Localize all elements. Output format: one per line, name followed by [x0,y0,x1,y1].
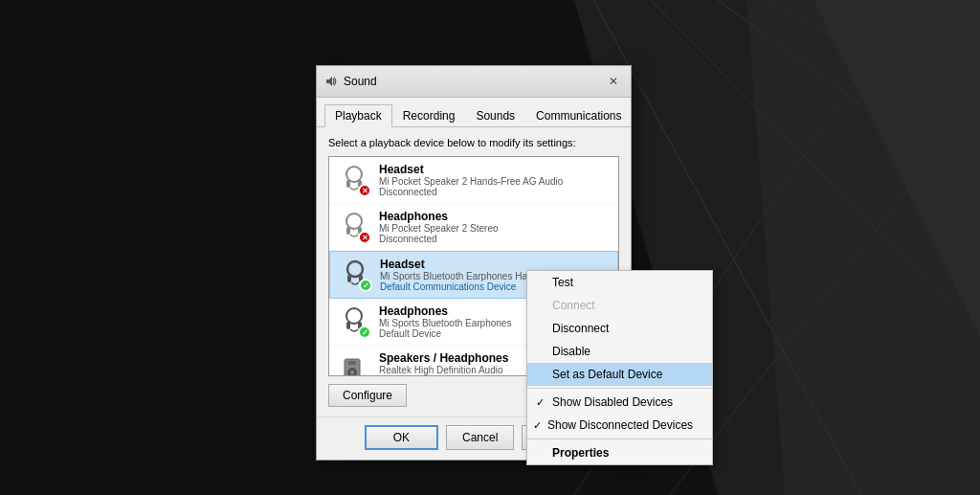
dialog-title: Sound [344,75,377,88]
svg-marker-10 [326,77,332,86]
tab-recording[interactable]: Recording [392,104,466,127]
title-bar-left: Sound [324,75,377,88]
tabs-bar: Playback Recording Sounds Communications [317,98,631,127]
ctx-disable[interactable]: Disable [527,340,712,363]
speakers-icon [337,351,371,376]
ctx-set-default-label: Set as Default Device [552,368,662,381]
device-status: Disconnected [379,187,611,197]
ctx-separator-1 [527,388,712,389]
svg-rect-15 [346,227,350,235]
device-icon-wrap: ✓ [338,258,372,292]
device-info: Headphones Mi Pocket Speaker 2 Stereo Di… [379,210,611,244]
status-badge-connected: ✓ [359,279,372,292]
tab-sounds[interactable]: Sounds [465,104,525,127]
checkmark-disabled: ✓ [533,396,546,409]
device-desc: Mi Pocket Speaker 2 Hands-Free AG Audio [379,176,611,187]
close-button[interactable]: ✕ [604,72,623,91]
ctx-connect[interactable]: Connect [527,294,712,317]
device-name: Headset [380,258,610,271]
ctx-properties-label: Properties [552,446,609,460]
svg-point-20 [346,308,362,324]
status-badge-disconnected: ✕ [358,184,371,197]
ctx-set-default[interactable]: Set as Default Device [527,363,712,386]
svg-point-25 [350,371,354,374]
device-info: Headset Mi Pocket Speaker 2 Hands-Free A… [379,163,611,197]
ctx-properties[interactable]: Properties [527,441,712,464]
tab-playback[interactable]: Playback [324,104,392,127]
status-badge-connected: ✓ [358,326,371,339]
svg-point-11 [346,167,362,182]
device-icon-wrap: ✓ [337,304,371,339]
title-bar: Sound ✕ [317,66,631,98]
device-icon-wrap: ✕ [337,163,371,197]
ctx-separator-2 [527,439,712,439]
checkmark-disconnected: ✓ [533,419,542,432]
ctx-show-disconnected-label: Show Disconnected Devices [547,418,693,432]
svg-rect-18 [347,275,351,282]
ctx-disconnect[interactable]: Disconnect [527,317,712,340]
ctx-disconnect-label: Disconnect [552,322,609,335]
svg-rect-21 [346,322,350,329]
ctx-test[interactable]: Test [527,271,712,294]
ctx-disable-label: Disable [552,345,590,358]
status-badge-disconnected: ✕ [358,231,371,244]
svg-point-14 [346,214,362,229]
device-item[interactable]: ✕ Headset Mi Pocket Speaker 2 Hands-Free… [329,157,618,204]
ctx-show-disconnected[interactable]: ✓ Show Disconnected Devices [527,414,712,437]
device-item[interactable]: ✕ Headphones Mi Pocket Speaker 2 Stereo … [329,204,618,251]
svg-rect-12 [346,180,350,188]
context-menu: Test Connect Disconnect Disable Set as D… [526,270,713,465]
device-status: Disconnected [379,234,611,244]
configure-button[interactable]: Configure [328,384,407,407]
instruction-text: Select a playback device below to modify… [328,137,619,148]
device-desc: Mi Pocket Speaker 2 Stereo [379,223,611,234]
ctx-show-disabled-label: Show Disabled Devices [552,395,673,409]
cancel-button[interactable]: Cancel [446,425,514,450]
device-name: Headset [379,163,611,176]
ctx-show-disabled[interactable]: ✓ Show Disabled Devices [527,391,712,414]
svg-rect-26 [348,361,356,365]
ok-button[interactable]: OK [365,425,438,450]
sound-icon [324,75,338,88]
ctx-test-label: Test [552,276,573,289]
device-icon-wrap: ✕ [337,210,371,244]
device-name: Headphones [379,210,611,223]
svg-point-17 [347,261,363,277]
device-icon-wrap [337,351,371,376]
ctx-connect-label: Connect [552,299,595,312]
tab-communications[interactable]: Communications [525,104,632,127]
